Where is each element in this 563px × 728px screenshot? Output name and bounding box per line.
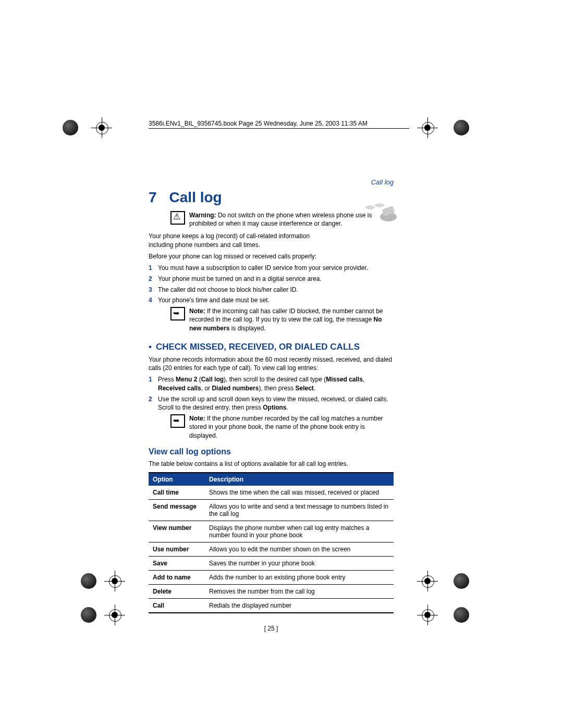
section2-para: The table below contains a list of optio…	[149, 460, 394, 468]
registration-mark-icon	[417, 604, 438, 625]
table-header-description: Description	[205, 473, 394, 486]
options-table: Option Description Call timeShows the ti…	[149, 472, 394, 613]
page-content: 3586i.ENv1_BIL_9356745.book Page 25 Wedn…	[149, 120, 420, 632]
section-heading-options: View call log options	[149, 447, 420, 456]
print-mark-icon	[81, 607, 96, 623]
print-mark-icon	[454, 120, 469, 135]
registration-mark-icon	[91, 117, 112, 138]
phone-illustration-icon	[360, 202, 401, 223]
table-row: DeleteRemoves the number from the call l…	[149, 585, 394, 599]
intro-para-2: Before your phone can log missed or rece…	[149, 252, 394, 261]
registration-mark-icon	[417, 571, 438, 591]
list-item: 1 Press Menu 2 (Call log), then scroll t…	[149, 375, 394, 393]
table-row: Send messageAllows you to write and send…	[149, 500, 394, 521]
print-mark-icon	[454, 573, 469, 589]
table-header-option: Option	[149, 473, 205, 486]
note-text: Note: If the incoming call has caller ID…	[189, 307, 395, 332]
chapter-number: 7	[149, 189, 157, 206]
print-mark-icon	[81, 573, 96, 589]
prereq-list: 1You must have a subscription to caller …	[149, 264, 394, 305]
table-row: CallRedials the displayed number	[149, 599, 394, 613]
list-item: 1You must have a subscription to caller …	[149, 264, 394, 273]
list-item: 4Your phone's time and date must be set.	[149, 296, 394, 305]
table-row: Add to nameAdds the number to an existin…	[149, 571, 394, 585]
page-number: [ 25 ]	[149, 625, 394, 632]
list-item: 3The caller did not choose to block his/…	[149, 286, 394, 294]
registration-mark-icon	[104, 571, 125, 591]
table-row: View numberDisplays the phone number whe…	[149, 521, 394, 542]
note-text: Note: If the phone number recorded by th…	[189, 414, 395, 440]
book-header: 3586i.ENv1_BIL_9356745.book Page 25 Wedn…	[149, 120, 409, 129]
note-icon	[170, 307, 185, 320]
intro-para-1: Your phone keeps a log (record) of call-…	[149, 232, 326, 249]
steps-list: 1 Press Menu 2 (Call log), then scroll t…	[149, 375, 394, 412]
print-mark-icon	[63, 120, 78, 135]
registration-mark-icon	[104, 604, 125, 625]
running-head: Call log	[149, 178, 394, 186]
table-row: Use numberAllows you to edit the number …	[149, 542, 394, 557]
warning-icon	[170, 211, 185, 225]
print-mark-icon	[454, 607, 469, 623]
chapter-title: Call log	[169, 189, 222, 206]
registration-mark-icon	[417, 117, 438, 138]
note-callout: Note: If the incoming call has caller ID…	[170, 307, 395, 332]
note-callout: Note: If the phone number recorded by th…	[170, 414, 395, 440]
section1-para: Your phone records information about the…	[149, 355, 394, 372]
note-icon	[170, 414, 185, 428]
list-item: 2 Use the scroll up and scroll down keys…	[149, 395, 394, 413]
table-row: Call timeShows the time when the call wa…	[149, 486, 394, 500]
table-row: SaveSaves the number in your phone book	[149, 557, 394, 571]
section-heading-check: CHECK MISSED, RECEIVED, OR DIALED CALLS	[149, 342, 420, 352]
list-item: 2Your phone must be turned on and in a d…	[149, 275, 394, 283]
